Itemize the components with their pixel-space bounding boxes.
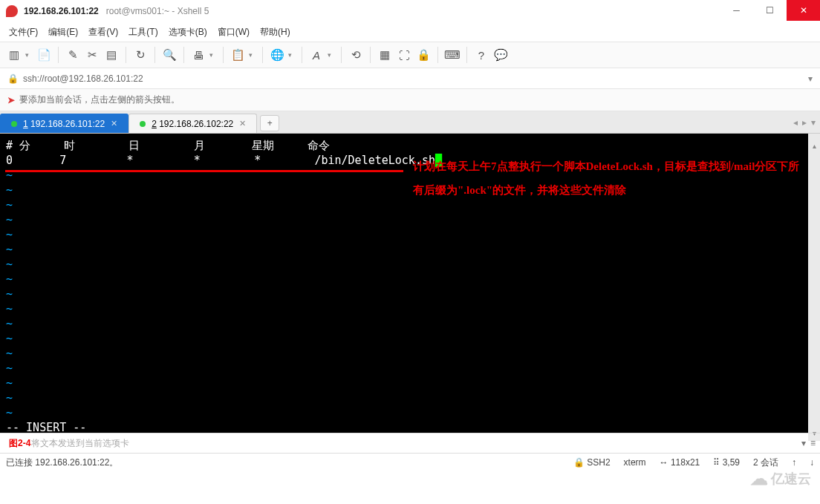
terminal-tilde: ~: [6, 405, 802, 420]
lock-icon[interactable]: 🔒: [415, 47, 432, 63]
status-bar: 已连接 192.168.26.101:22。 🔒 SSH2 xterm ↔ 11…: [0, 454, 820, 471]
grid-icon[interactable]: ▦: [377, 47, 393, 63]
status-connected: 已连接 192.168.26.101:22。: [6, 456, 118, 469]
cron-header: # 分 时 日 月 星期 命令: [6, 138, 802, 153]
watermark: ☁ 亿速云: [750, 468, 811, 489]
terminal[interactable]: # 分 时 日 月 星期 命令 0 7 * * * /bin/DeleteLoc…: [0, 134, 820, 433]
terminal-tilde: ~: [6, 257, 802, 272]
new-tab-button[interactable]: +: [260, 115, 279, 131]
menu-view[interactable]: 查看(V): [88, 26, 118, 39]
tab-prev-icon[interactable]: ◂: [793, 117, 798, 128]
hint-text: 要添加当前会话，点击左侧的箭头按钮。: [19, 94, 180, 106]
sessions-icon[interactable]: ▤: [103, 47, 120, 63]
terminal-tilde: ~: [6, 272, 802, 287]
close-button[interactable]: ✕: [787, 0, 820, 21]
menubar: 文件(F) 编辑(E) 查看(V) 工具(T) 选项卡(B) 窗口(W) 帮助(…: [0, 22, 820, 42]
menu-file[interactable]: 文件(F): [9, 26, 38, 39]
dropdown-icon[interactable]: ▾: [249, 51, 256, 59]
expand-icon[interactable]: ≡: [810, 438, 816, 448]
dropdown-icon[interactable]: ▾: [808, 73, 813, 84]
refresh-icon[interactable]: ⟲: [348, 47, 364, 63]
open-icon[interactable]: 📄: [36, 47, 52, 63]
terminal-tilde: ~: [6, 361, 802, 376]
arrow-down-icon[interactable]: ↓: [810, 457, 814, 468]
globe-icon[interactable]: 🌐: [269, 47, 285, 63]
terminal-tilde: ~: [6, 390, 802, 405]
annotation-text: 计划在每天上午7点整执行一个脚本DeleteLock.sh，目标是查找到/mai…: [413, 154, 801, 202]
terminal-tilde: ~: [6, 242, 802, 257]
tab-menu-icon[interactable]: ▾: [811, 117, 816, 128]
dropdown-icon[interactable]: ▾: [801, 438, 806, 448]
font-icon[interactable]: A: [308, 47, 325, 63]
hint-bar: ➤ 要添加当前会话，点击左侧的箭头按钮。: [0, 89, 820, 111]
broadcast-input-bar[interactable]: 图2-4 将文本发送到当前选项卡 ▾ ≡: [0, 433, 820, 454]
toolbar: ▥▾ 📄 ✎ ✂ ▤ ↻ 🔍 🖶▾ 📋▾ 🌐▾ A▾ ⟲ ▦ ⛶ 🔒 ⌨ ? 💬: [0, 42, 820, 68]
reconnect-icon[interactable]: ↻: [132, 47, 149, 63]
lock-icon: 🔒: [7, 73, 19, 84]
status-size: ↔ 118x21: [660, 457, 700, 468]
status-term: xterm: [624, 457, 646, 468]
cut-icon[interactable]: ✂: [84, 47, 100, 63]
tab-session-1[interactable]: 1 192.168.26.101:22 ✕: [0, 114, 128, 133]
fullscreen-icon[interactable]: ⛶: [396, 47, 412, 63]
minimize-button[interactable]: ─: [720, 0, 753, 21]
menu-help[interactable]: 帮助(H): [260, 26, 290, 39]
terminal-tilde: ~: [6, 316, 802, 331]
tab-next-icon[interactable]: ▸: [802, 117, 807, 128]
terminal-tilde: ~: [6, 287, 802, 301]
close-tab-icon[interactable]: ✕: [111, 119, 117, 128]
address-url[interactable]: ssh://root@192.168.26.101:22: [23, 73, 143, 84]
close-tab-icon[interactable]: ✕: [239, 119, 246, 128]
print-icon[interactable]: 🖶: [190, 47, 206, 63]
chat-icon[interactable]: 💬: [492, 47, 509, 63]
dropdown-icon[interactable]: ▾: [209, 51, 217, 59]
tab-bar: 1 192.168.26.101:22 ✕ 2 192.168.26.102:2…: [0, 111, 820, 134]
menu-window[interactable]: 窗口(W): [218, 26, 250, 39]
keypad-icon[interactable]: ⌨: [444, 47, 461, 63]
arrow-up-icon[interactable]: ↑: [792, 457, 796, 468]
help-icon[interactable]: ?: [473, 47, 489, 63]
scrollbar[interactable]: ▴ ▾: [808, 142, 820, 441]
maximize-button[interactable]: ☐: [753, 0, 787, 21]
app-logo: [6, 5, 18, 17]
dropdown-icon[interactable]: ▾: [288, 51, 296, 59]
menu-tools[interactable]: 工具(T): [128, 26, 157, 39]
title-subtitle: root@vms001:~ - Xshell 5: [106, 6, 209, 16]
status-dot-icon: [11, 121, 17, 127]
terminal-tilde: ~: [6, 331, 802, 346]
dropdown-icon[interactable]: ▾: [328, 51, 335, 59]
menu-edit[interactable]: 编辑(E): [48, 26, 78, 39]
status-sessions: 2 会话: [753, 456, 778, 469]
edit-icon[interactable]: ✎: [65, 47, 81, 63]
arrow-icon[interactable]: ➤: [7, 95, 15, 105]
terminal-tilde: ~: [6, 346, 802, 361]
menu-tabs[interactable]: 选项卡(B): [169, 26, 207, 39]
address-bar: 🔒 ssh://root@192.168.26.101:22 ▾: [0, 68, 820, 89]
terminal-tilde: ~: [6, 376, 802, 390]
terminal-tilde: ~: [6, 301, 802, 316]
tab-session-2[interactable]: 2 192.168.26.102:22 ✕: [128, 114, 257, 133]
terminal-tilde: ~: [6, 212, 802, 227]
status-ssh: 🔒 SSH2: [573, 457, 611, 468]
broadcast-placeholder: 将文本发送到当前选项卡: [31, 437, 129, 450]
status-dot-icon: [140, 121, 146, 127]
search-icon[interactable]: 🔍: [161, 47, 178, 63]
scroll-up-icon[interactable]: ▴: [813, 142, 816, 154]
new-session-icon[interactable]: ▥: [6, 47, 22, 63]
status-pos: ⠿ 3,59: [713, 457, 740, 468]
dropdown-icon[interactable]: ▾: [25, 51, 33, 59]
terminal-tilde: ~: [6, 227, 802, 242]
watermark-logo-icon: ☁: [750, 468, 768, 489]
title-host: 192.168.26.101:22: [24, 6, 99, 16]
highlight-underline: [5, 170, 403, 172]
copy-icon[interactable]: 📋: [230, 47, 246, 63]
figure-label: 图2-4: [9, 437, 30, 450]
